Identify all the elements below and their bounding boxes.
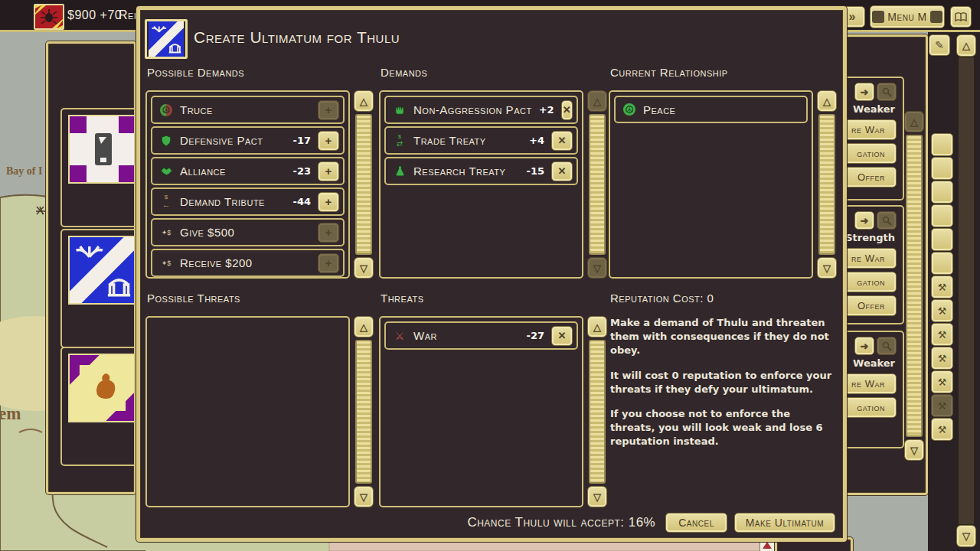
scroll-up-button[interactable]: △	[817, 90, 837, 112]
chevrons-icon: »	[849, 10, 856, 24]
threats-section: ⚔ War -27 ✕ △ ▽	[379, 316, 607, 507]
nation-card[interactable]	[60, 108, 136, 227]
build-button[interactable]: ⚒	[931, 370, 953, 393]
build-button[interactable]: ⚒	[931, 323, 953, 346]
scroll-up-button[interactable]: △	[904, 111, 924, 132]
scroll-up-button[interactable]: △	[587, 316, 607, 337]
list-item-receive-money[interactable]: ✦$ Receive $200 +	[151, 249, 345, 277]
menu-left-slot[interactable]	[872, 11, 884, 23]
inspect-nation-button[interactable]	[877, 211, 897, 230]
list-item-non-aggression[interactable]: Non-Aggression Pact +2 ✕	[384, 96, 578, 124]
up-arrow-icon: △	[593, 96, 601, 107]
demands-scrollbar[interactable]: △ ▽	[587, 90, 607, 279]
edit-button[interactable]: ✎	[929, 34, 950, 56]
trade-icon: $⇄	[393, 134, 407, 148]
demands-list: Non-Aggression Pact +2 ✕ $⇄ Trade Treaty…	[379, 90, 583, 279]
scroll-down-button[interactable]: ▽	[587, 486, 607, 507]
add-icon: +	[325, 165, 332, 178]
relationship-scrollbar[interactable]: △ ▽	[817, 90, 837, 279]
inspect-nation-button[interactable]	[877, 337, 897, 355]
scrollbar-track[interactable]	[958, 57, 975, 525]
scroll-up-button[interactable]: △	[354, 90, 374, 112]
scrollbar-thumb[interactable]	[589, 340, 606, 484]
build-button[interactable]: ⚒	[931, 299, 953, 322]
goto-nation-button[interactable]: ➜	[854, 337, 874, 355]
scroll-down-button[interactable]: ▽	[904, 439, 924, 461]
make-ultimatum-button[interactable]: Make Ultimatum	[734, 513, 835, 533]
inspect-nation-button[interactable]	[877, 83, 897, 101]
player-flag[interactable]	[34, 4, 64, 30]
list-item-trade-treaty[interactable]: $⇄ Trade Treaty +4 ✕	[384, 126, 578, 155]
up-arrow-icon: △	[823, 96, 831, 107]
description-paragraph: It will cost 0 reputation to enforce you…	[610, 369, 834, 396]
encyclopedia-button[interactable]	[950, 6, 972, 28]
list-item-give-money[interactable]: ✦$ Give $500 +	[151, 218, 345, 246]
remove-demand-button[interactable]: ✕	[561, 100, 573, 120]
scroll-up-button[interactable]: △	[956, 34, 976, 57]
menu-button[interactable]: Menu M	[887, 11, 926, 23]
map-scrollbar[interactable]: △ ▽	[956, 34, 976, 547]
list-slot-button[interactable]	[931, 181, 953, 204]
up-arrow-icon: △	[910, 116, 918, 128]
list-slot-button[interactable]	[931, 252, 953, 275]
nation-card[interactable]	[60, 347, 136, 466]
list-slot-button[interactable]	[931, 133, 953, 156]
list-item-truce[interactable]: ☮ Truce +	[151, 96, 345, 124]
threats-scrollbar[interactable]: △ ▽	[587, 316, 607, 507]
scroll-up-button: △	[587, 90, 607, 112]
scroll-down-button[interactable]: ▽	[817, 257, 837, 279]
build-button[interactable]: ⚒	[931, 347, 953, 370]
list-item-alliance[interactable]: Alliance -23 +	[151, 157, 345, 185]
up-arrow-icon: △	[360, 321, 368, 333]
pencil-icon: ✎	[935, 39, 944, 51]
dialog-title: Create Ultimatum for Thulu	[194, 28, 400, 47]
goto-nation-button[interactable]: ➜	[854, 83, 874, 101]
relations-scrollbar[interactable]: △ ▽	[904, 111, 924, 461]
magnifier-icon	[882, 216, 892, 226]
list-item-war[interactable]: ⚔ War -27 ✕	[384, 321, 578, 350]
list-slot-button[interactable]	[931, 204, 953, 227]
possible-threats-scrollbar[interactable]: △ ▽	[354, 316, 374, 507]
menu-right-slot[interactable]	[930, 11, 942, 23]
remove-icon: ✕	[558, 165, 567, 177]
nation-card[interactable]	[60, 229, 136, 348]
cancel-button[interactable]: Cancel	[665, 513, 727, 533]
scrollbar-thumb[interactable]	[355, 340, 372, 484]
add-demand-button[interactable]: +	[318, 131, 339, 151]
item-label: Alliance	[180, 165, 226, 178]
remove-demand-button[interactable]: ✕	[551, 161, 573, 181]
scrollbar-thumb[interactable]	[589, 114, 606, 255]
list-item-demand-tribute[interactable]: $← Demand Tribute -44 +	[151, 187, 345, 216]
scroll-down-button[interactable]: ▽	[354, 486, 374, 507]
scrollbar-thumb[interactable]	[818, 114, 835, 255]
remove-demand-button[interactable]: ✕	[551, 131, 573, 151]
description-paragraph: Make a demand of Thulu and threaten them…	[610, 316, 834, 358]
item-label: Research Treaty	[413, 165, 505, 178]
ultimatum-dialog: Create Ultimatum for Thulu Possible Dema…	[136, 6, 847, 542]
possible-threats-section: △ ▽	[145, 316, 374, 507]
list-item-defensive-pact[interactable]: Defensive Pact -17 +	[151, 126, 345, 155]
demands-header: Demands	[381, 66, 427, 79]
scrollbar-thumb[interactable]	[906, 135, 923, 437]
hammer-icon: ⚒	[938, 329, 947, 341]
item-label: Truce	[180, 103, 213, 116]
add-demand-button[interactable]: +	[318, 192, 339, 212]
goto-nation-button[interactable]: ➜	[854, 211, 874, 230]
scrollbar-thumb[interactable]	[355, 114, 372, 255]
build-button[interactable]: ⚒	[931, 418, 953, 441]
build-button[interactable]: ⚒	[931, 276, 953, 298]
list-slot-button[interactable]	[931, 228, 953, 251]
remove-threat-button[interactable]: ✕	[551, 326, 573, 346]
book-icon	[955, 12, 967, 22]
possible-demands-scrollbar[interactable]: △ ▽	[354, 90, 374, 279]
add-demand-button[interactable]: +	[318, 161, 339, 181]
scroll-down-button[interactable]: ▽	[956, 525, 976, 547]
scroll-down-button[interactable]: ▽	[354, 257, 374, 279]
list-slot-button[interactable]	[931, 157, 953, 180]
thulu-flag-icon	[145, 19, 188, 59]
list-item-research-treaty[interactable]: Research Treaty -15 ✕	[384, 157, 578, 185]
down-arrow-icon: ▽	[593, 262, 601, 274]
magnifier-icon	[882, 87, 892, 97]
down-arrow-icon: ▽	[823, 262, 831, 274]
scroll-up-button[interactable]: △	[354, 316, 374, 337]
